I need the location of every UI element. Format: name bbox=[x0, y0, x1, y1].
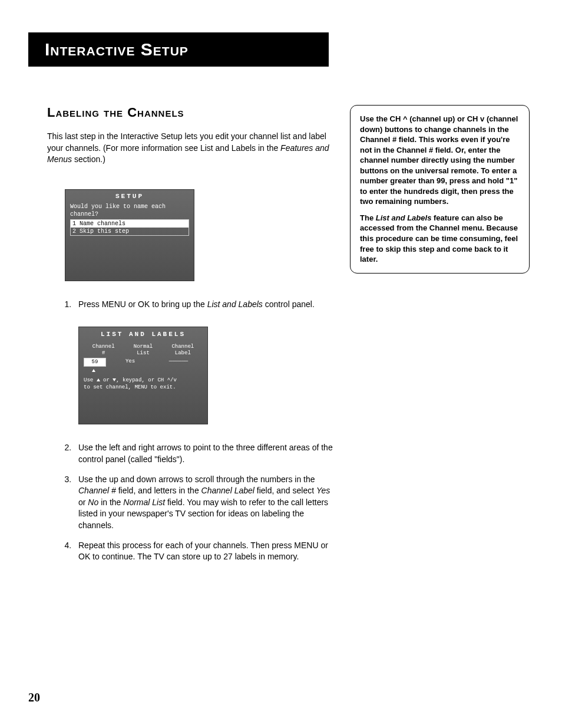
labels-columns: Channel # Normal List Channel Label bbox=[79, 341, 207, 358]
sidebar-p1: Use the CH ^ (channel up) or CH v (chann… bbox=[360, 114, 520, 207]
channel-value: 59 bbox=[84, 358, 106, 367]
step1-text-b: control panel. bbox=[263, 299, 315, 309]
sidebar-p2: The List and Labels feature can also be … bbox=[360, 213, 520, 265]
list-value: Yes bbox=[106, 358, 154, 367]
channel-arrow-hint bbox=[79, 367, 207, 374]
labels-screen: LIST AND LABELS Channel # Normal List Ch… bbox=[78, 327, 208, 424]
step-4: Repeat this process for each of your cha… bbox=[74, 540, 339, 563]
steps-list: Press MENU or OK to bring up the List an… bbox=[47, 299, 339, 563]
step-3: Use the up and down arrows to scroll thr… bbox=[74, 474, 339, 532]
section-title: Labeling the Channels bbox=[47, 105, 339, 120]
setup-prompt-line2: channel? bbox=[70, 210, 189, 218]
sidebar-note: Use the CH ^ (channel up) or CH v (chann… bbox=[350, 105, 530, 274]
arrow-up-icon bbox=[92, 369, 95, 372]
step1-text-a: Press MENU or OK to bring up the bbox=[78, 299, 207, 309]
labels-screen-title: LIST AND LABELS bbox=[79, 327, 207, 341]
intro-paragraph: This last step in the Interactive Setup … bbox=[47, 131, 339, 166]
intro-text-2: section.) bbox=[72, 154, 105, 164]
step-1: Press MENU or OK to bring up the List an… bbox=[74, 299, 339, 425]
setup-screen: SETUP Would you like to name each channe… bbox=[65, 189, 194, 281]
labels-hint: Use or , keypad, or CH ^/v to set channe… bbox=[79, 374, 207, 394]
step1-italic: List and Labels bbox=[207, 299, 263, 309]
setup-prompt-line1: Would you like to name each bbox=[70, 203, 189, 210]
setup-screen-title: SETUP bbox=[65, 190, 194, 202]
setup-option-2: 2 Skip this step bbox=[71, 228, 189, 235]
setup-menu: 1 Name channels 2 Skip this step bbox=[70, 219, 189, 236]
col-normal-list: Normal List bbox=[123, 344, 163, 357]
setup-option-1: 1 Name channels bbox=[71, 220, 189, 228]
page-number: 20 bbox=[28, 691, 40, 704]
label-value: —————— bbox=[154, 358, 203, 367]
col-channel-label: Channel Label bbox=[163, 344, 203, 357]
col-channel-num: Channel # bbox=[84, 344, 123, 357]
page-header: Interactive Setup bbox=[28, 32, 329, 67]
labels-value-row: 59 Yes —————— bbox=[84, 358, 203, 367]
main-column: Labeling the Channels This last step in … bbox=[47, 105, 339, 571]
step-2: Use the left and right arrows to point t… bbox=[74, 442, 339, 465]
header-title: Interactive Setup bbox=[45, 39, 317, 60]
